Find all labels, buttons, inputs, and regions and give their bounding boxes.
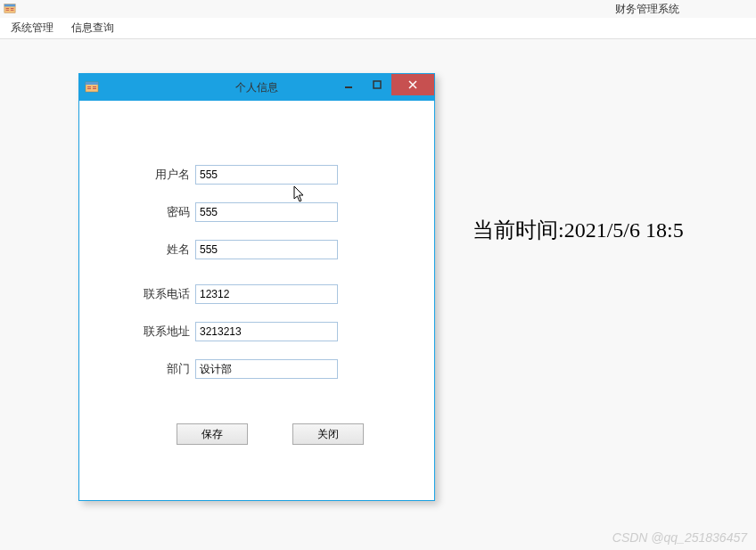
- label-name: 姓名: [106, 242, 195, 258]
- svg-rect-2: [6, 8, 10, 9]
- label-phone: 联系电话: [106, 286, 195, 302]
- svg-rect-8: [87, 86, 91, 87]
- content-area: 当前时间:2021/5/6 18:5 个人信息: [0, 39, 756, 550]
- close-dialog-button[interactable]: 关闭: [292, 423, 364, 445]
- button-row: 保存 关闭: [106, 423, 407, 445]
- row-address: 联系地址: [106, 322, 407, 341]
- row-phone: 联系电话: [106, 284, 407, 304]
- main-titlebar: 财务管理系统: [0, 0, 756, 18]
- app-icon: [4, 3, 16, 15]
- svg-rect-3: [6, 10, 10, 11]
- window-controls: [334, 74, 434, 95]
- input-phone[interactable]: [195, 284, 338, 304]
- svg-rect-11: [93, 88, 96, 89]
- svg-rect-7: [86, 82, 98, 85]
- current-time-label: 当前时间:2021/5/6 18:5: [472, 216, 684, 244]
- dialog-title: 个人信息: [235, 80, 278, 95]
- row-username: 用户名: [106, 165, 407, 185]
- svg-rect-12: [345, 86, 352, 88]
- label-address: 联系地址: [106, 324, 195, 340]
- close-button[interactable]: [391, 74, 434, 95]
- svg-rect-13: [374, 81, 381, 88]
- input-address[interactable]: [195, 322, 338, 341]
- label-password: 密码: [106, 204, 195, 220]
- label-username: 用户名: [106, 167, 195, 183]
- menu-info-query[interactable]: 信息查询: [71, 21, 114, 36]
- input-name[interactable]: [195, 240, 338, 259]
- row-name: 姓名: [106, 240, 407, 259]
- maximize-button[interactable]: [363, 74, 391, 95]
- input-password[interactable]: [195, 202, 338, 222]
- save-button[interactable]: 保存: [177, 423, 248, 445]
- row-password: 密码: [106, 202, 407, 222]
- main-window: 财务管理系统 系统管理 信息查询 当前时间:2021/5/6 18:5 个人信息: [0, 0, 756, 550]
- row-department: 部门: [106, 359, 407, 379]
- input-username[interactable]: [195, 165, 338, 185]
- svg-rect-5: [11, 10, 14, 11]
- label-department: 部门: [106, 361, 195, 377]
- main-window-title: 财务管理系统: [615, 2, 679, 17]
- personal-info-dialog: 个人信息 用户名: [78, 73, 435, 501]
- dialog-icon: [85, 80, 99, 94]
- svg-rect-10: [93, 86, 96, 87]
- input-department[interactable]: [195, 359, 338, 379]
- dialog-titlebar[interactable]: 个人信息: [79, 74, 434, 101]
- menubar: 系统管理 信息查询: [0, 18, 756, 39]
- dialog-body: 用户名 密码 姓名 联系电话 联系地址: [79, 101, 434, 463]
- svg-rect-4: [11, 8, 14, 9]
- svg-rect-1: [4, 4, 15, 7]
- minimize-button[interactable]: [334, 74, 363, 95]
- svg-rect-9: [87, 88, 91, 89]
- watermark: CSDN @qq_251836457: [612, 530, 747, 545]
- menu-system-manage[interactable]: 系统管理: [11, 21, 53, 36]
